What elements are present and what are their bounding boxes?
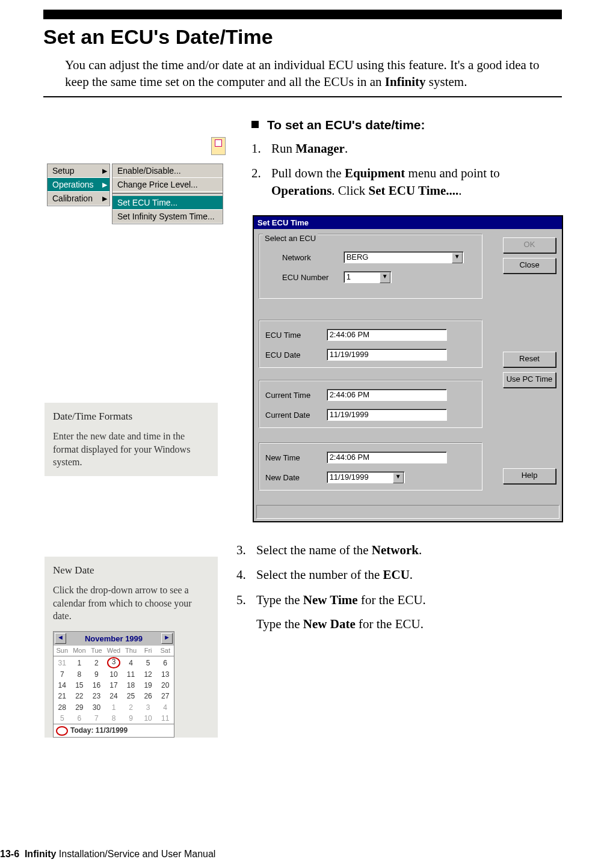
help-button[interactable]: Help <box>503 468 556 484</box>
page-number: 13-6 <box>0 849 19 859</box>
ecu-number-label: ECU Number <box>282 273 341 282</box>
step-bold: Operations <box>271 183 331 198</box>
calendar-day[interactable]: 2 <box>122 702 140 713</box>
step-bold: Equipment <box>345 166 405 180</box>
calendar-day[interactable]: 22 <box>71 691 88 701</box>
calendar-day[interactable]: 25 <box>122 691 140 701</box>
calendar-day[interactable]: 4 <box>122 656 140 670</box>
step-5: 5.Type the New Time for the ECU. <box>236 591 561 608</box>
new-time-input[interactable]: 2:44:06 PM <box>327 451 447 463</box>
use-pc-time-button[interactable]: Use PC Time <box>503 372 556 388</box>
calendar-day[interactable]: 31 <box>54 656 71 670</box>
calendar-day[interactable]: 5 <box>140 656 157 670</box>
dropdown-arrow-icon[interactable]: ▼ <box>393 472 404 483</box>
page-footer: 13-6 Infinity Installation/Service and U… <box>0 849 215 860</box>
submenu-arrow-icon: ▶ <box>102 167 107 175</box>
ecu-date-field: 11/19/1999 <box>327 349 447 361</box>
calendar-day[interactable]: 3 <box>105 656 123 670</box>
note-icon <box>211 137 226 155</box>
calendar-day[interactable]: 5 <box>54 713 71 724</box>
calendar-day[interactable]: 23 <box>88 691 105 701</box>
calendar-day[interactable]: 7 <box>88 713 105 724</box>
calendar-day[interactable]: 28 <box>54 702 71 713</box>
ecu-time-label: ECU Time <box>265 331 324 340</box>
calendar-day[interactable]: 7 <box>54 669 71 680</box>
calendar-day[interactable]: 9 <box>88 669 105 680</box>
menu-item-set-infinity-time[interactable]: Set Infinity System Time... <box>112 210 223 224</box>
calendar-prev-button[interactable]: ◄ <box>55 633 66 644</box>
calendar-grid: SunMonTueWedThuFriSat 311234567891011121… <box>54 646 174 724</box>
menu-item-enable-disable[interactable]: Enable/Disable... <box>112 164 223 178</box>
calendar-day[interactable]: 2 <box>88 656 105 670</box>
intro-bold: Infinity <box>385 75 426 89</box>
calendar-day[interactable]: 24 <box>105 691 123 701</box>
sidebar-new-date: New Date Click the drop-down arrow to se… <box>45 557 218 738</box>
menu-item-operations[interactable]: Operations▶ <box>48 178 109 192</box>
calendar-day[interactable]: 8 <box>105 713 123 724</box>
sidebar-title: Date/Time Formats <box>53 410 209 424</box>
calendar-today-row[interactable]: Today: 11/3/1999 <box>54 724 174 737</box>
current-date-field: 11/19/1999 <box>327 409 447 421</box>
calendar-day[interactable]: 1 <box>105 702 123 713</box>
current-date-label: Current Date <box>265 411 324 420</box>
calendar-day[interactable]: 9 <box>122 713 140 724</box>
calendar-day[interactable]: 12 <box>140 669 157 680</box>
calendar-day[interactable]: 15 <box>71 680 88 691</box>
calendar-dow: Mon <box>71 646 88 656</box>
group-select-ecu: Select an ECU Network BERG▼ ECU Number 1… <box>259 234 482 299</box>
sidebar-title: New Date <box>53 564 209 578</box>
ecu-number-dropdown[interactable]: 1▼ <box>344 271 392 283</box>
calendar-day[interactable]: 3 <box>140 702 157 713</box>
calendar-day[interactable]: 11 <box>122 669 140 680</box>
intro-text: You can adjust the time and/or date at a… <box>65 58 539 89</box>
calendar-day[interactable]: 29 <box>71 702 88 713</box>
menu-item-change-price[interactable]: Change Price Level... <box>112 178 223 192</box>
menu-left-column: Setup▶ Operations▶ Calibration▶ <box>47 164 110 206</box>
calendar-day[interactable]: 27 <box>156 691 174 701</box>
intro-text-2: system. <box>426 75 467 89</box>
reset-button[interactable]: Reset <box>503 352 556 367</box>
lead-heading: To set an ECU's date/time: <box>251 118 562 132</box>
menu-item-set-ecu-time[interactable]: Set ECU Time... <box>112 196 223 210</box>
calendar-day[interactable]: 19 <box>140 680 157 691</box>
calendar-day[interactable]: 10 <box>140 713 157 724</box>
dialog-titlebar: Set ECU Time <box>254 216 562 229</box>
new-time-label: New Time <box>265 453 324 462</box>
calendar-day[interactable]: 6 <box>71 713 88 724</box>
calendar-day[interactable]: 16 <box>88 680 105 691</box>
calendar-day[interactable]: 17 <box>105 680 123 691</box>
calendar-day[interactable]: 14 <box>54 680 71 691</box>
current-time-label: Current Time <box>265 391 324 400</box>
dropdown-arrow-icon[interactable]: ▼ <box>452 252 463 263</box>
context-menu-screenshot: Setup▶ Operations▶ Calibration▶ Enable/D… <box>47 164 223 224</box>
network-dropdown[interactable]: BERG▼ <box>344 251 464 263</box>
calendar-day[interactable]: 21 <box>54 691 71 701</box>
calendar-day[interactable]: 26 <box>140 691 157 701</box>
dropdown-arrow-icon[interactable]: ▼ <box>380 272 390 283</box>
menu-item-calibration[interactable]: Calibration▶ <box>48 192 109 206</box>
new-date-dropdown[interactable]: 11/19/1999▼ <box>327 471 405 483</box>
group-ecu-time: ECU Time 2:44:06 PM ECU Date 11/19/1999 <box>259 320 482 368</box>
manual-title: Installation/Service and User Manual <box>56 849 215 859</box>
ok-button[interactable]: OK <box>503 237 556 253</box>
calendar-day[interactable]: 6 <box>156 656 174 670</box>
calendar-day[interactable]: 8 <box>71 669 88 680</box>
page-title: Set an ECU's Date/Time <box>43 25 273 49</box>
step-text: . <box>345 141 348 156</box>
step-4: 4.Select the number of the ECU. <box>236 566 561 583</box>
step-1: 1.Run Manager. <box>251 140 562 157</box>
calendar-day[interactable]: 20 <box>156 680 174 691</box>
calendar-next-button[interactable]: ► <box>161 633 173 644</box>
calendar-day[interactable]: 11 <box>156 713 174 724</box>
status-bar <box>256 505 559 519</box>
calendar-day[interactable]: 4 <box>156 702 174 713</box>
menu-item-setup[interactable]: Setup▶ <box>48 164 109 178</box>
close-button[interactable]: Close <box>503 258 556 274</box>
calendar-day[interactable]: 1 <box>71 656 88 670</box>
today-marker-icon <box>56 726 68 736</box>
ecu-time-field: 2:44:06 PM <box>327 329 447 341</box>
calendar-day[interactable]: 10 <box>105 669 123 680</box>
calendar-day[interactable]: 30 <box>88 702 105 713</box>
calendar-day[interactable]: 13 <box>156 669 174 680</box>
calendar-day[interactable]: 18 <box>122 680 140 691</box>
